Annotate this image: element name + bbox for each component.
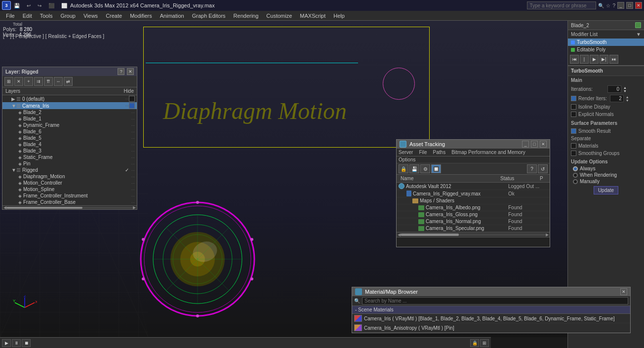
asset-menu-server[interactable]: Server [399, 150, 413, 155]
asset-scrollbar[interactable]: ◀ ▶ [397, 232, 550, 237]
menu-create[interactable]: Create [102, 12, 126, 20]
smoothing-groups-checkbox[interactable] [571, 151, 576, 156]
explicit-normals-checkbox[interactable] [571, 112, 576, 117]
render-iters-input[interactable] [610, 95, 624, 102]
help-icon[interactable]: ? [612, 3, 615, 8]
menu-help[interactable]: Help [329, 12, 349, 20]
layer-frame-ctrl-base[interactable]: ◈ Frame_Controller_Base ··· [2, 199, 137, 205]
layer-diaphragm[interactable]: ◈ Diaphragm_Motion ··· [2, 173, 137, 180]
asset-tb-save[interactable]: 💾 [409, 164, 419, 173]
layer-scroll-track[interactable] [6, 207, 133, 209]
menu-tools[interactable]: Tools [36, 12, 57, 20]
asset-row-vault[interactable]: Autodesk Vault 2012 Logged Out ... [397, 183, 550, 190]
minimize-button[interactable]: _ [617, 2, 624, 9]
toolbar-icon-1[interactable]: 💾 [14, 3, 20, 8]
asset-menu-options[interactable]: Options [399, 157, 415, 162]
always-radio[interactable] [573, 166, 578, 171]
layer-blade-5[interactable]: ◈ Blade_5 ··· [2, 135, 137, 141]
layer-tb-arr3[interactable]: ↔ [54, 77, 63, 86]
layer-frame-ctrl-inst[interactable]: ◈ Frame_Controller_Instrument ··· [2, 193, 137, 199]
layer-tb-arr1[interactable]: ⇉ [34, 77, 43, 86]
asset-row-gloss[interactable]: Camera_Iris_Gloss.png Found [397, 211, 550, 218]
asset-scroll-right[interactable]: ▶ [546, 232, 549, 237]
tb-btn-1[interactable]: ▶ [2, 339, 11, 347]
toolbar-icon-5[interactable]: ⬜ [61, 3, 67, 8]
layer-camera-iris[interactable]: ▼ ☰ Camera_Iris ··· [2, 102, 137, 109]
asset-tb-help[interactable]: ? [527, 164, 537, 173]
layer-blade-2[interactable]: ◈ Blade_2 ··· [2, 109, 137, 116]
asset-maximize-btn[interactable]: □ [531, 141, 538, 148]
layer-tb-arr4[interactable]: ⇄ [64, 77, 73, 86]
material-row-2[interactable]: Camera_Iris_Anisotropy ( VRayMtl ) [Pin] [352, 323, 630, 333]
expand-rigged[interactable]: ▼ [11, 167, 16, 173]
close-button[interactable]: ✕ [635, 2, 642, 9]
menu-views[interactable]: Views [80, 12, 102, 20]
expand-0-default[interactable]: ▶ [11, 96, 16, 102]
layer-0-default[interactable]: ▶ ☰ 0 (default) ··· [2, 95, 137, 102]
render-iters-checkbox[interactable] [571, 96, 576, 101]
layer-pin[interactable]: ◈ Pin ··· [2, 160, 137, 167]
maximize-button[interactable]: □ [626, 2, 633, 9]
manually-radio[interactable] [573, 179, 578, 184]
nav-first[interactable]: ⏮ [570, 55, 579, 64]
menu-edit[interactable]: Edit [19, 12, 36, 20]
asset-minimize-btn[interactable]: _ [522, 141, 529, 148]
layer-blade-4[interactable]: ◈ Blade_4 ··· [2, 141, 137, 148]
tb-btn-5[interactable]: ⊞ [480, 339, 489, 347]
layer-motion-ctrl[interactable]: ◈ Motion_Controller ··· [2, 180, 137, 186]
asset-menu-bitmap[interactable]: Bitmap Performance and Memory [451, 150, 525, 155]
asset-row-specular[interactable]: Camera_Iris_Specular.png Found [397, 225, 550, 232]
asset-row-maps[interactable]: Maps / Shaders [397, 197, 550, 204]
modifier-edpoly[interactable]: Editable Poly [568, 46, 644, 53]
asset-tb-lock[interactable]: 🔒 [399, 164, 408, 173]
layer-tb-grid[interactable]: ⊞ [4, 77, 13, 86]
render-iters-spinner[interactable]: ▲▼ [626, 95, 629, 102]
asset-row-max[interactable]: Camera_Iris_Rigged_vray.max Ok [397, 190, 550, 197]
iterations-spinner[interactable]: ▲▼ [623, 86, 627, 93]
menu-maxscript[interactable]: MAXScript [296, 12, 329, 20]
isoline-checkbox[interactable] [571, 104, 576, 110]
menu-group[interactable]: Group [56, 12, 80, 20]
asset-close-btn[interactable]: ✕ [540, 141, 547, 148]
layer-blade-6[interactable]: ◈ Blade_6 ··· [2, 128, 137, 135]
asset-menu-file[interactable]: File [419, 150, 427, 155]
material-search-input[interactable] [362, 297, 628, 305]
layer-dynamic-frame[interactable]: ◈ Dynamic_Frame ··· [2, 122, 137, 128]
menu-customize[interactable]: Customize [262, 12, 296, 20]
tb-btn-2[interactable]: ⏸ [12, 339, 21, 347]
asset-tb-settings[interactable]: ⚙ [420, 164, 430, 173]
layer-motion-spline[interactable]: ◈ Motion_Spline ··· [2, 186, 137, 193]
nav-next[interactable]: ▶| [600, 55, 608, 64]
menu-rendering[interactable]: Rendering [230, 12, 263, 20]
nav-play[interactable]: ▶ [590, 55, 599, 64]
asset-scroll-track[interactable] [401, 233, 546, 236]
layer-scrollbar[interactable]: ◀ ▶ [2, 205, 137, 209]
layer-close-btn[interactable]: ✕ [127, 68, 134, 75]
smooth-result-checkbox[interactable] [571, 128, 576, 134]
asset-tb-refresh[interactable]: ↺ [538, 164, 548, 173]
iterations-input[interactable] [607, 85, 621, 93]
update-button[interactable]: Update [594, 186, 618, 194]
menu-file[interactable]: File [2, 12, 19, 20]
layer-blade-3[interactable]: ◈ Blade_3 ··· [2, 148, 137, 154]
menu-graph-editors[interactable]: Graph Editors [188, 12, 230, 20]
asset-menu-paths[interactable]: Paths [433, 150, 446, 155]
toolbar-icon-3[interactable]: ↪ [38, 3, 41, 8]
toolbar-icon-2[interactable]: ↩ [27, 3, 31, 8]
toolbar-icon-4[interactable]: ⬛ [48, 3, 54, 8]
layer-help-btn[interactable]: ? [118, 68, 124, 75]
menu-modifiers[interactable]: Modifiers [126, 12, 156, 20]
layer-tb-del[interactable]: ✕ [14, 77, 23, 86]
layer-tb-add[interactable]: + [24, 77, 33, 86]
search-icon[interactable]: 🔍 [598, 3, 604, 8]
materials-checkbox[interactable] [571, 143, 576, 149]
when-rendering-radio[interactable] [573, 173, 578, 178]
layer-check-0-default[interactable] [129, 96, 135, 102]
modifier-dropdown-arrow[interactable]: ▼ [636, 32, 641, 37]
star-icon[interactable]: ☆ [606, 3, 610, 8]
layer-tb-arr2[interactable]: ⇈ [44, 77, 53, 86]
asset-row-normal[interactable]: Camera_Iris_Normal.png Found [397, 218, 550, 225]
scroll-right-btn[interactable]: ▶ [133, 205, 136, 210]
layer-blade-1[interactable]: ◈ Blade_1 ··· [2, 116, 137, 122]
asset-row-albedo[interactable]: Camera_Iris_Albedo.png Found [397, 204, 550, 211]
